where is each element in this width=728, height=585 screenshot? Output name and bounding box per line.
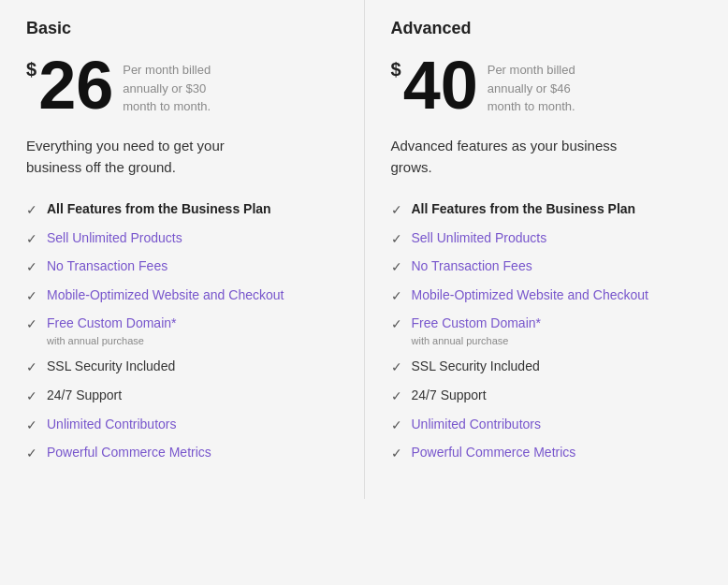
basic-feature-main-5: SSL Security Included	[47, 358, 175, 376]
advanced-checkmark-8: ✓	[391, 445, 402, 463]
advanced-feature-main-8: Powerful Commerce Metrics	[412, 444, 576, 462]
advanced-feature-item: ✓24/7 Support	[391, 387, 703, 406]
basic-feature-text-3: Mobile-Optimized Website and Checkout	[47, 286, 284, 305]
basic-price-number: 26	[38, 51, 113, 119]
basic-feature-main-6: 24/7 Support	[47, 387, 122, 405]
plan-basic: Basic$26Per month billed annually or $30…	[0, 0, 364, 499]
advanced-feature-main-2: No Transaction Fees	[412, 257, 532, 276]
basic-checkmark-4: ✓	[26, 315, 37, 334]
advanced-feature-main-1: Sell Unlimited Products	[412, 229, 547, 248]
basic-feature-item: ✓Sell Unlimited Products	[26, 229, 338, 249]
advanced-price-number: 40	[403, 51, 478, 119]
basic-checkmark-5: ✓	[26, 358, 37, 377]
basic-feature-sub-4: with annual purchase	[47, 334, 177, 348]
basic-feature-text-7: Unlimited Contributors	[47, 416, 177, 434]
advanced-checkmark-0: ✓	[391, 201, 402, 220]
advanced-price-row: $40Per month billed annually or $46 mont…	[391, 51, 703, 119]
advanced-feature-item: ✓Powerful Commerce Metrics	[391, 444, 703, 463]
basic-checkmark-3: ✓	[26, 287, 37, 306]
basic-price-symbol: $	[26, 59, 36, 80]
basic-features-list: ✓All Features from the Business Plan✓Sel…	[26, 200, 338, 463]
advanced-price-symbol: $	[391, 59, 401, 80]
advanced-feature-main-4: Free Custom Domain*	[412, 314, 542, 333]
advanced-feature-main-7: Unlimited Contributors	[412, 416, 542, 434]
advanced-checkmark-5: ✓	[391, 358, 402, 377]
basic-feature-text-0: All Features from the Business Plan	[47, 200, 271, 219]
basic-title: Basic	[26, 19, 338, 38]
plans-container: Basic$26Per month billed annually or $30…	[0, 0, 728, 499]
basic-price-row: $26Per month billed annually or $30 mont…	[26, 51, 338, 119]
basic-feature-text-8: Powerful Commerce Metrics	[47, 444, 211, 462]
advanced-feature-text-7: Unlimited Contributors	[412, 416, 542, 434]
basic-feature-text-5: SSL Security Included	[47, 358, 175, 376]
plan-advanced: Advanced$40Per month billed annually or …	[365, 0, 729, 499]
basic-feature-main-7: Unlimited Contributors	[47, 416, 177, 434]
basic-feature-main-4: Free Custom Domain*	[47, 314, 177, 333]
advanced-feature-item: ✓Sell Unlimited Products	[391, 229, 703, 249]
advanced-feature-text-0: All Features from the Business Plan	[412, 200, 636, 219]
advanced-checkmark-1: ✓	[391, 230, 402, 249]
basic-tagline: Everything you need to get your business…	[26, 136, 279, 178]
basic-feature-text-1: Sell Unlimited Products	[47, 229, 182, 248]
advanced-feature-item: ✓SSL Security Included	[391, 358, 703, 377]
advanced-feature-item: ✓Mobile-Optimized Website and Checkout	[391, 286, 703, 306]
advanced-feature-item: ✓Free Custom Domain*with annual purchase	[391, 314, 703, 348]
advanced-feature-item: ✓No Transaction Fees	[391, 257, 703, 277]
advanced-features-list: ✓All Features from the Business Plan✓Sel…	[391, 200, 703, 463]
basic-feature-item: ✓All Features from the Business Plan	[26, 200, 338, 220]
basic-checkmark-7: ✓	[26, 417, 37, 435]
basic-feature-item: ✓Unlimited Contributors	[26, 416, 338, 435]
advanced-checkmark-4: ✓	[391, 315, 402, 334]
basic-feature-main-0: All Features from the Business Plan	[47, 200, 271, 219]
basic-feature-text-4: Free Custom Domain*with annual purchase	[47, 314, 177, 348]
basic-feature-item: ✓24/7 Support	[26, 387, 338, 406]
advanced-feature-main-5: SSL Security Included	[412, 358, 540, 376]
advanced-feature-text-6: 24/7 Support	[412, 387, 487, 405]
advanced-feature-sub-4: with annual purchase	[412, 334, 542, 348]
advanced-feature-text-2: No Transaction Fees	[412, 257, 532, 276]
advanced-checkmark-2: ✓	[391, 258, 402, 277]
advanced-feature-text-3: Mobile-Optimized Website and Checkout	[412, 286, 648, 305]
basic-price-desc: Per month billed annually or $30 month t…	[123, 61, 226, 116]
advanced-feature-text-1: Sell Unlimited Products	[412, 229, 547, 248]
basic-feature-main-2: No Transaction Fees	[47, 257, 167, 276]
advanced-feature-item: ✓Unlimited Contributors	[391, 416, 703, 435]
basic-feature-text-6: 24/7 Support	[47, 387, 122, 405]
advanced-feature-text-4: Free Custom Domain*with annual purchase	[412, 314, 542, 348]
basic-checkmark-8: ✓	[26, 445, 37, 463]
basic-checkmark-0: ✓	[26, 201, 37, 220]
basic-feature-item: ✓Powerful Commerce Metrics	[26, 444, 338, 463]
basic-feature-main-3: Mobile-Optimized Website and Checkout	[47, 286, 284, 305]
advanced-feature-main-3: Mobile-Optimized Website and Checkout	[412, 286, 648, 305]
basic-checkmark-1: ✓	[26, 230, 37, 249]
advanced-checkmark-7: ✓	[391, 417, 402, 435]
basic-checkmark-2: ✓	[26, 258, 37, 277]
advanced-feature-item: ✓All Features from the Business Plan	[391, 200, 703, 220]
advanced-feature-main-6: 24/7 Support	[412, 387, 487, 405]
basic-checkmark-6: ✓	[26, 388, 37, 406]
advanced-price-desc: Per month billed annually or $46 month t…	[488, 61, 590, 116]
basic-feature-item: ✓SSL Security Included	[26, 358, 338, 377]
advanced-checkmark-3: ✓	[391, 287, 402, 306]
basic-feature-main-8: Powerful Commerce Metrics	[47, 444, 211, 462]
basic-feature-main-1: Sell Unlimited Products	[47, 229, 182, 248]
advanced-checkmark-6: ✓	[391, 388, 402, 406]
basic-feature-item: ✓Free Custom Domain*with annual purchase	[26, 314, 338, 348]
advanced-feature-text-5: SSL Security Included	[412, 358, 540, 376]
advanced-feature-text-8: Powerful Commerce Metrics	[412, 444, 576, 462]
advanced-tagline: Advanced features as your business grows…	[391, 136, 644, 178]
advanced-feature-main-0: All Features from the Business Plan	[412, 200, 636, 219]
basic-feature-text-2: No Transaction Fees	[47, 257, 167, 276]
advanced-title: Advanced	[391, 19, 703, 38]
basic-feature-item: ✓No Transaction Fees	[26, 257, 338, 277]
basic-feature-item: ✓Mobile-Optimized Website and Checkout	[26, 286, 338, 306]
